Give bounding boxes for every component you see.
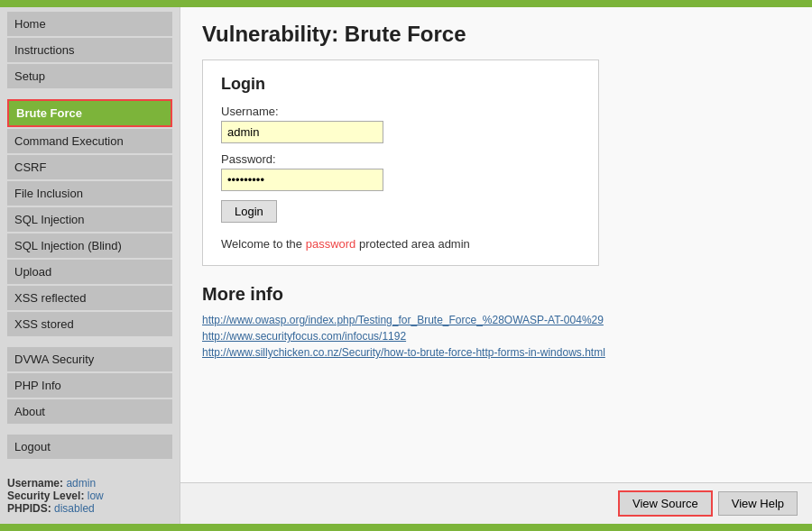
more-info-link-2[interactable]: http://www.sillychicken.co.nz/Security/h… [202, 346, 790, 359]
sidebar-item-command-execution[interactable]: Command Execution [7, 129, 172, 153]
view-source-button[interactable]: View Source [618, 490, 713, 517]
more-info-section: More info http://www.owasp.org/index.php… [202, 284, 790, 359]
sidebar-item-upload[interactable]: Upload [7, 260, 172, 284]
more-info-title: More info [202, 284, 790, 305]
security-label: Security Level: [7, 490, 84, 502]
username-value: admin [66, 477, 96, 490]
password-input[interactable] [221, 169, 383, 191]
sidebar-item-php-info[interactable]: PHP Info [7, 373, 172, 398]
phpids-value: disabled [54, 502, 95, 515]
sidebar-item-sql-injection[interactable]: SQL Injection [7, 207, 172, 232]
sidebar-footer: Username: admin Security Level: low PHPI… [7, 473, 172, 518]
username-form-label: Username: [221, 105, 580, 118]
username-input[interactable] [221, 121, 383, 143]
welcome-message: Welcome to the password protected area a… [221, 237, 580, 251]
login-title: Login [221, 75, 580, 94]
sidebar-item-home[interactable]: Home [7, 12, 172, 36]
top-bar [0, 0, 812, 7]
sidebar-item-setup[interactable]: Setup [7, 64, 172, 88]
login-box: Login Username: Password: Login Welcome … [202, 60, 599, 266]
main-content: Vulnerability: Brute Force Login Usernam… [180, 7, 812, 482]
login-button[interactable]: Login [221, 200, 277, 223]
content-area: Vulnerability: Brute Force Login Usernam… [180, 7, 812, 524]
sidebar-item-xss-reflected[interactable]: XSS reflected [7, 286, 172, 310]
sidebar-item-dvwa-security[interactable]: DVWA Security [7, 347, 172, 371]
phpids-label: PHPIDS: [7, 502, 51, 515]
footer-bar: View Source View Help [180, 482, 812, 524]
sidebar-item-file-inclusion[interactable]: File Inclusion [7, 181, 172, 206]
sidebar: Home Instructions Setup Brute Force Comm… [0, 7, 180, 524]
view-help-button[interactable]: View Help [718, 491, 798, 516]
username-label: Username: [7, 477, 63, 490]
password-form-label: Password: [221, 152, 580, 166]
sidebar-item-about[interactable]: About [7, 399, 172, 424]
sidebar-item-instructions[interactable]: Instructions [7, 38, 172, 62]
sidebar-item-logout[interactable]: Logout [7, 435, 172, 459]
page-title: Vulnerability: Brute Force [202, 22, 790, 47]
more-info-link-0[interactable]: http://www.owasp.org/index.php/Testing_f… [202, 314, 790, 326]
more-info-link-1[interactable]: http://www.securityfocus.com/infocus/119… [202, 330, 790, 343]
sidebar-item-sql-injection-blind[interactable]: SQL Injection (Blind) [7, 233, 172, 258]
sidebar-item-brute-force[interactable]: Brute Force [7, 99, 172, 127]
sidebar-item-csrf[interactable]: CSRF [7, 155, 172, 179]
bottom-bar [0, 524, 812, 531]
highlight-password: password [306, 237, 356, 251]
sidebar-item-xss-stored[interactable]: XSS stored [7, 312, 172, 336]
security-value: low [88, 490, 104, 502]
